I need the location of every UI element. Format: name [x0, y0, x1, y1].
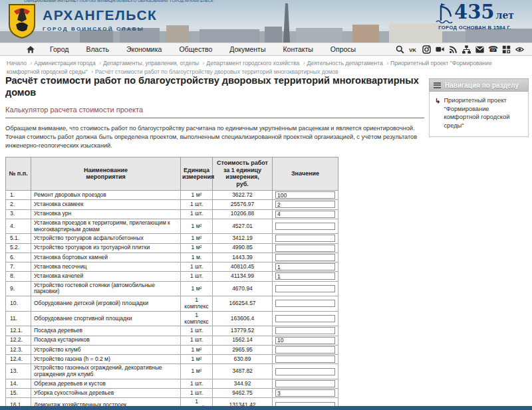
- footer-bar: [0, 406, 532, 410]
- page-title: Расчёт стоимости работ по благоустройств…: [5, 74, 424, 98]
- menu-item[interactable]: Власть: [77, 43, 118, 55]
- value-input[interactable]: [275, 380, 335, 387]
- menu-item-label: Экономика: [126, 45, 162, 53]
- value-input[interactable]: [275, 285, 335, 292]
- column-header-unit: Единица измерения: [181, 157, 213, 190]
- row-number: 6.: [6, 253, 31, 262]
- column-header-value: Значение: [273, 157, 338, 190]
- video-icon[interactable]: [436, 45, 444, 54]
- row-cost: 2965.95: [213, 345, 273, 354]
- breadcrumb-item[interactable]: Департамент городского хозяйства: [206, 60, 299, 66]
- anniversary-logo: 435 лет ГОРОД ОСНОВАН В 1584 Г.: [424, 2, 525, 31]
- value-input[interactable]: [275, 389, 335, 397]
- section-navigation-title: Навигация по разделу: [445, 82, 519, 89]
- row-name: Установка скамеек: [31, 200, 181, 209]
- page: ОФИЦИАЛЬНЫЙ ИНТЕРНЕТ-ПОРТАЛ МУНИЦИПАЛЬНО…: [0, 0, 532, 410]
- row-unit: 1 м²: [181, 355, 213, 364]
- value-input[interactable]: [275, 315, 335, 322]
- row-name: Обрезка деревьев и кустов: [31, 379, 181, 388]
- value-input[interactable]: [275, 327, 335, 334]
- disclaimer-note: Обращаем внимание, что стоимость работ п…: [5, 124, 423, 150]
- coat-of-arms-icon: [8, 3, 36, 39]
- value-input[interactable]: [275, 263, 335, 270]
- row-name: Установка качелей: [31, 272, 181, 281]
- column-header-name: Наименование мероприятия: [31, 157, 181, 190]
- value-input[interactable]: [275, 300, 335, 307]
- row-number: 1.: [6, 191, 31, 200]
- table-row: 12.2. Посадка кустарников 1 шт. 1562.14: [6, 336, 338, 345]
- row-unit: 1 м²: [181, 234, 213, 243]
- menu-item[interactable]: Город: [41, 43, 77, 55]
- table-row: 2. Установка скамеек 1 шт. 25576.97: [6, 200, 338, 209]
- menu-item-label: Документы: [229, 45, 265, 53]
- row-unit: 1 м²: [181, 219, 213, 234]
- sidebar-nav-item[interactable]: ↳ Приоритетный проект "Формирование комф…: [435, 96, 523, 130]
- phone-icon[interactable]: ☎: [489, 45, 497, 54]
- breadcrumb-item[interactable]: Деятельность департамента: [307, 60, 383, 66]
- breadcrumb-item[interactable]: Начало: [7, 60, 27, 66]
- value-input[interactable]: [275, 191, 335, 199]
- value-input[interactable]: [275, 254, 335, 261]
- value-input[interactable]: [275, 356, 335, 363]
- rss-icon[interactable]: [449, 45, 458, 54]
- row-cost: 3622.72: [213, 191, 273, 200]
- row-name: Уборка сухостойных деревьев: [31, 389, 181, 398]
- breadcrumb-item[interactable]: Департаменты, управления, отделы: [103, 60, 199, 66]
- table-row: 10. Оборудование детской (игровой) площа…: [6, 296, 338, 312]
- row-name: Устройство тротуаров из тротуарной плитк…: [31, 243, 181, 253]
- value-input[interactable]: [275, 368, 335, 375]
- row-name: Устройство гостевой стоянки (автомобильн…: [31, 281, 181, 296]
- row-name: Устройство клумб: [31, 345, 181, 354]
- sitemap-icon[interactable]: [462, 45, 471, 54]
- value-input[interactable]: [275, 211, 335, 218]
- value-input[interactable]: [275, 245, 335, 252]
- row-name: Оборудование спортивной площадки: [31, 311, 181, 326]
- main-content: Расчёт стоимости работ по благоустройств…: [5, 74, 424, 410]
- row-number: 9.: [6, 281, 31, 296]
- value-input[interactable]: [275, 201, 335, 208]
- portal-tagline: ОФИЦИАЛЬНЫЙ ИНТЕРНЕТ-ПОРТАЛ МУНИЦИПАЛЬНО…: [24, 0, 215, 3]
- row-number: 5.2.: [6, 243, 31, 253]
- menu-item[interactable]: Контакты: [274, 43, 321, 55]
- section-navigation-header: Навигация по разделу: [429, 78, 529, 92]
- row-unit: 1 шт.: [181, 272, 213, 281]
- vk-icon[interactable]: VK: [409, 45, 418, 54]
- search-icon[interactable]: [396, 45, 404, 54]
- row-number: 12.2.: [6, 336, 31, 345]
- city-brand[interactable]: АРХАНГЕЛЬСК ГОРОД ВОИНСКОЙ СЛАВЫ: [8, 3, 157, 39]
- row-name: Оборудование детской (игровой) площадки: [31, 296, 181, 312]
- row-number: 12.1.: [6, 326, 31, 336]
- row-number: 13.: [6, 364, 31, 379]
- row-cost: 4990.85: [213, 243, 273, 253]
- qr-icon[interactable]: [502, 45, 511, 54]
- mail-icon[interactable]: [475, 45, 484, 54]
- value-input[interactable]: [275, 223, 335, 230]
- city-name: АРХАНГЕЛЬСК: [43, 7, 157, 23]
- row-name: Установка бортовых камней: [31, 253, 181, 262]
- menu-item[interactable]: Опросы: [322, 43, 364, 55]
- table-row: 12.1. Посадка деревьев 1 шт. 13779.52: [6, 326, 338, 336]
- header-icon-bar: VK ☎: [396, 43, 532, 55]
- value-input[interactable]: [275, 272, 335, 280]
- row-unit: 1 комплекс: [181, 296, 213, 312]
- home-menu-item[interactable]: [20, 43, 41, 55]
- value-input[interactable]: [275, 346, 335, 354]
- row-cost: 1562.14: [213, 336, 273, 345]
- menu-item[interactable]: Документы: [221, 43, 274, 55]
- instagram-icon[interactable]: [422, 45, 431, 54]
- main-menu: Город Власть Экономика Общество Документ…: [0, 43, 532, 56]
- subtitle-rule: [5, 118, 424, 118]
- row-name: Посадка кустарников: [31, 336, 181, 345]
- breadcrumb-item[interactable]: Администрация города: [34, 60, 95, 66]
- home-icon: [27, 46, 35, 53]
- row-unit: 1 м²: [181, 345, 213, 354]
- menu-item[interactable]: Экономика: [118, 43, 170, 55]
- eye-icon[interactable]: [515, 45, 524, 54]
- row-number: 2.: [6, 200, 31, 209]
- menu-item[interactable]: Общество: [170, 43, 221, 55]
- value-input[interactable]: [275, 337, 335, 344]
- value-input[interactable]: [275, 235, 335, 242]
- row-unit: 1 м²: [181, 364, 213, 379]
- row-name: Устройство газонных ограждений, декорати…: [31, 364, 181, 379]
- row-number: 14.: [6, 379, 31, 388]
